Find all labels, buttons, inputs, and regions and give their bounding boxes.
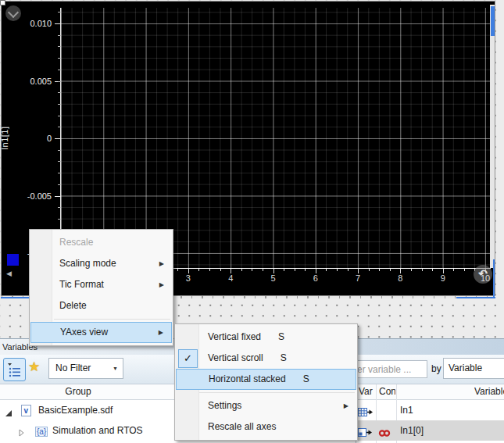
menu-item-vertical-fixed[interactable]: Vertical fixedS	[175, 327, 357, 348]
x-minor-tick	[348, 269, 349, 271]
search-by-dropdown[interactable]: Variable	[443, 358, 504, 379]
submenu-arrow-icon: ▶	[159, 253, 164, 274]
favorites-star-icon[interactable]: ★	[28, 359, 40, 375]
y-minor-tick	[58, 127, 61, 127]
widget-resize-handle[interactable]	[0, 0, 5, 5]
tree-view-button[interactable]	[3, 358, 26, 381]
controldesk-layout-canvas: { "plot": { "y_axis_title": "In1[1]", "y…	[0, 0, 504, 443]
x-minor-tick	[305, 269, 306, 271]
y-minor-tick	[58, 92, 61, 93]
y-minor-tick	[58, 150, 61, 151]
x-minor-tick	[464, 269, 465, 271]
x-minor-tick	[284, 269, 284, 271]
menu-item-vertical-scroll[interactable]: Vertical scrollS✓	[175, 348, 357, 369]
selection-border-bottom-right	[456, 297, 495, 298]
menu-item-rescale-all-axes[interactable]: Rescale all axes	[175, 416, 357, 438]
y-minor-tick	[58, 58, 61, 59]
variable-name: In1	[400, 400, 413, 420]
filter-dropdown[interactable]: No Filter ▼	[48, 358, 123, 379]
menu-item-label: Rescale	[59, 237, 93, 248]
menu-separator	[199, 392, 355, 393]
y-minor-tick	[58, 104, 61, 105]
scalar-out-icon	[358, 424, 374, 443]
y-minor-tick	[58, 207, 61, 208]
y-minor-tick	[58, 173, 61, 173]
x-tick-label: 5	[262, 273, 285, 283]
var-column-header[interactable]: Var	[359, 384, 376, 399]
y-minor-tick	[58, 81, 61, 82]
group-column-header[interactable]: Group	[0, 384, 156, 399]
plot-scrollbar-track[interactable]	[490, 5, 495, 268]
x-minor-tick	[453, 269, 454, 271]
menu-separator	[54, 319, 170, 320]
x-minor-tick	[379, 269, 380, 271]
menu-item-rescale[interactable]: Rescale	[30, 232, 173, 253]
checkmark-icon: ✓	[178, 349, 198, 368]
by-label: by	[431, 363, 441, 374]
x-minor-tick	[326, 269, 327, 271]
y-minor-tick	[58, 12, 61, 13]
menu-shortcut: S	[281, 352, 287, 363]
context-menu: RescaleScaling mode▶Tic Format▶DeleteYAx…	[29, 229, 173, 346]
menu-shortcut: S	[303, 373, 309, 384]
x-minor-tick	[337, 269, 338, 271]
x-minor-tick	[390, 269, 391, 271]
x-minor-tick	[209, 269, 210, 271]
tree-item-label: Simulation and RTOS	[52, 420, 143, 441]
y-tick-label: -0.005	[2, 191, 52, 202]
con-column-header[interactable]: Con	[379, 384, 395, 399]
menu-item-label: YAxes view	[60, 327, 108, 338]
menu-item-label: Delete	[59, 300, 87, 311]
menu-item-horizontal-stacked[interactable]: Horizontal stackedS	[176, 369, 356, 390]
y-major-tick	[55, 196, 61, 197]
x-minor-tick	[422, 269, 423, 271]
y-major-tick	[55, 138, 61, 139]
selection-border-right	[493, 259, 495, 298]
x-tick-label: 6	[304, 273, 327, 283]
search-by-value: Variable	[449, 363, 482, 373]
y-minor-tick	[58, 35, 61, 36]
variable-row[interactable]: In1	[356, 400, 504, 420]
menu-item-label: Scaling mode	[59, 258, 116, 269]
y-tick-label: 0.005	[2, 76, 52, 87]
x-minor-tick	[295, 269, 295, 271]
submenu-arrow-icon: ▶	[159, 274, 164, 295]
menu-item-delete[interactable]: Delete	[30, 295, 173, 316]
x-tick-label: 3	[177, 273, 200, 283]
menu-item-tic-format[interactable]: Tic Format▶	[30, 274, 173, 295]
x-tick-label: 9	[431, 273, 455, 283]
yaxes-view-submenu: Vertical fixedSVertical scrollS✓Horizont…	[174, 323, 358, 441]
x-minor-tick	[241, 269, 242, 271]
menu-item-settings[interactable]: Settings▶	[175, 395, 357, 416]
menu-item-label: Vertical fixed	[208, 331, 261, 342]
y-minor-tick	[58, 219, 61, 220]
y-minor-tick	[58, 116, 61, 116]
y-minor-tick	[58, 184, 61, 185]
y-major-tick	[55, 23, 61, 24]
selection-border-bottom-left	[1, 297, 29, 298]
x-tick-label: 8	[388, 273, 412, 283]
y-minor-tick	[58, 161, 61, 162]
connection-link-icon	[378, 424, 391, 443]
x-minor-tick	[263, 269, 263, 271]
menu-item-label: Settings	[208, 400, 241, 411]
variable-row[interactable]: In1[0]	[356, 420, 504, 441]
submenu-arrow-icon: ▶	[159, 322, 163, 343]
y-tick-label: 0.010	[2, 18, 52, 29]
menu-item-yaxes-view[interactable]: YAxes view▶	[30, 322, 172, 343]
menu-item-scaling-mode[interactable]: Scaling mode▶	[30, 253, 173, 274]
x-minor-tick	[198, 269, 199, 271]
axis-scroll-left-icon[interactable]: ◀	[6, 270, 12, 277]
submenu-arrow-icon: ▶	[344, 395, 349, 416]
x-minor-tick	[432, 269, 433, 271]
plot-scrollbar-thumb[interactable]	[491, 6, 495, 36]
variable-column-header[interactable]: Variable	[474, 384, 504, 399]
chevron-down-icon: ▼	[113, 359, 118, 378]
filter-dropdown-value: No Filter	[55, 363, 91, 373]
menu-item-label: Tic Format	[59, 279, 104, 290]
x-minor-tick	[369, 269, 370, 271]
x-minor-tick	[220, 269, 221, 271]
y-minor-tick	[58, 46, 61, 47]
y-tick-label: 0	[2, 133, 52, 144]
y-minor-tick	[58, 70, 61, 70]
